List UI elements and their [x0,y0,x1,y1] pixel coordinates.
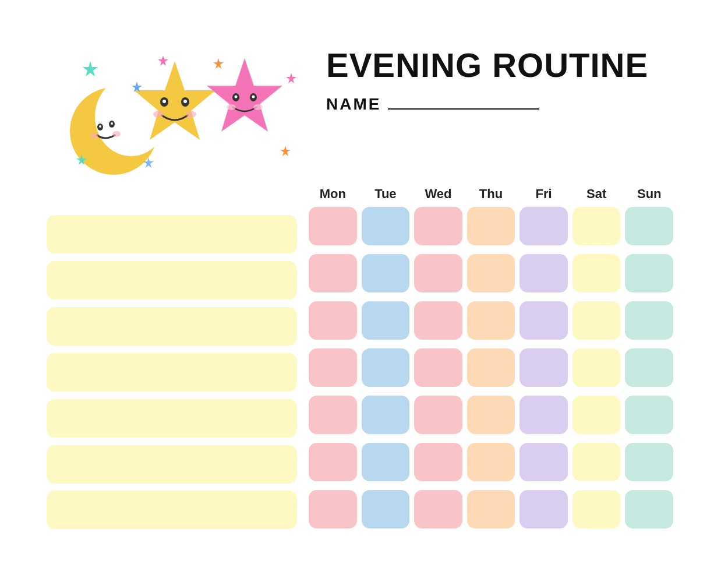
svg-point-6 [90,133,98,139]
cell-r6-wed[interactable] [414,443,462,481]
svg-marker-30 [286,73,296,83]
cell-r1-sun[interactable] [625,207,673,245]
cell-r6-sun[interactable] [625,443,673,481]
cell-r2-fri[interactable] [520,254,568,292]
page-title: EVENING ROUTINE [326,47,648,84]
svg-point-5 [111,122,113,125]
cell-r6-thu[interactable] [467,443,515,481]
days-row-6 [306,443,676,481]
cell-r7-mon[interactable] [309,490,357,528]
day-label-thu: Thu [467,186,515,202]
cell-r1-thu[interactable] [467,207,515,245]
cell-r4-wed[interactable] [414,348,462,387]
cell-r1-mon[interactable] [309,207,357,245]
task-row-1[interactable] [47,215,297,253]
svg-marker-31 [280,146,291,156]
cell-r3-wed[interactable] [414,301,462,340]
cell-r4-sun[interactable] [625,348,673,387]
cell-r5-mon[interactable] [309,396,357,434]
cell-r2-sun[interactable] [625,254,673,292]
svg-point-24 [253,104,263,110]
name-row: NAME [326,94,539,114]
cell-r5-wed[interactable] [414,396,462,434]
tasks-column [47,186,297,530]
cell-r4-fri[interactable] [520,348,568,387]
svg-marker-26 [158,55,168,66]
svg-marker-27 [213,58,224,69]
cell-r6-mon[interactable] [309,443,357,481]
svg-point-10 [162,100,166,103]
svg-point-23 [227,104,236,110]
day-label-mon: Mon [309,186,357,202]
cell-r3-mon[interactable] [309,301,357,340]
task-row-6[interactable] [47,445,297,484]
days-row-3 [306,301,676,340]
cell-r5-thu[interactable] [467,396,515,434]
cell-r6-fri[interactable] [520,443,568,481]
cell-r2-thu[interactable] [467,254,515,292]
cell-r1-fri[interactable] [520,207,568,245]
task-row-2[interactable] [47,261,297,299]
day-label-fri: Fri [520,186,568,202]
days-row-2 [306,254,676,292]
days-row-5 [306,396,676,434]
days-row-4 [306,348,676,387]
cell-r3-sun[interactable] [625,301,673,340]
cell-r2-tue[interactable] [362,254,410,292]
cell-r5-sun[interactable] [625,396,673,434]
grid-section: Mon Tue Wed Thu Fri Sat Sun [47,186,676,530]
svg-point-14 [186,111,196,118]
cell-r4-sat[interactable] [572,348,621,387]
task-row-3[interactable] [47,307,297,346]
svg-point-3 [99,125,101,128]
cell-r2-mon[interactable] [309,254,357,292]
cell-r7-sat[interactable] [572,490,621,528]
top-section: EVENING ROUTINE NAME [47,41,676,175]
cell-r3-tue[interactable] [362,301,410,340]
illustration [47,41,314,175]
task-row-7[interactable] [47,491,297,529]
days-row-7 [306,490,676,528]
name-underline[interactable] [388,94,539,110]
svg-marker-25 [83,61,98,76]
cell-r6-tue[interactable] [362,443,410,481]
svg-point-13 [153,111,164,118]
cell-r4-tue[interactable] [362,348,410,387]
cell-r7-wed[interactable] [414,490,462,528]
cell-r2-wed[interactable] [414,254,462,292]
cell-r5-fri[interactable] [520,396,568,434]
cell-r4-thu[interactable] [467,348,515,387]
day-label-sat: Sat [572,186,621,202]
cell-r5-tue[interactable] [362,396,410,434]
cell-r3-sat[interactable] [572,301,621,340]
name-label: NAME [326,95,381,114]
cell-r6-sat[interactable] [572,443,621,481]
days-section: Mon Tue Wed Thu Fri Sat Sun [306,186,676,530]
days-grid [306,205,676,530]
svg-point-12 [183,100,187,103]
cell-r7-thu[interactable] [467,490,515,528]
days-row-1 [306,207,676,245]
header-right: EVENING ROUTINE NAME [314,41,676,114]
cell-r2-sat[interactable] [572,254,621,292]
cell-r1-sat[interactable] [572,207,621,245]
cell-r5-sat[interactable] [572,396,621,434]
cell-r1-wed[interactable] [414,207,462,245]
task-row-5[interactable] [47,399,297,438]
svg-point-20 [235,96,238,98]
days-header: Mon Tue Wed Thu Fri Sat Sun [306,186,676,202]
cell-r7-fri[interactable] [520,490,568,528]
task-row-4[interactable] [47,353,297,392]
cell-r7-tue[interactable] [362,490,410,528]
day-label-sun: Sun [625,186,673,202]
cell-r7-sun[interactable] [625,490,673,528]
cell-r3-thu[interactable] [467,301,515,340]
svg-point-7 [112,131,121,137]
page: EVENING ROUTINE NAME Mon Tue Wed [29,23,699,548]
cell-r3-fri[interactable] [520,301,568,340]
day-label-wed: Wed [414,186,462,202]
day-label-tue: Tue [362,186,410,202]
cell-r1-tue[interactable] [362,207,410,245]
cell-r4-mon[interactable] [309,348,357,387]
svg-point-22 [252,96,255,98]
